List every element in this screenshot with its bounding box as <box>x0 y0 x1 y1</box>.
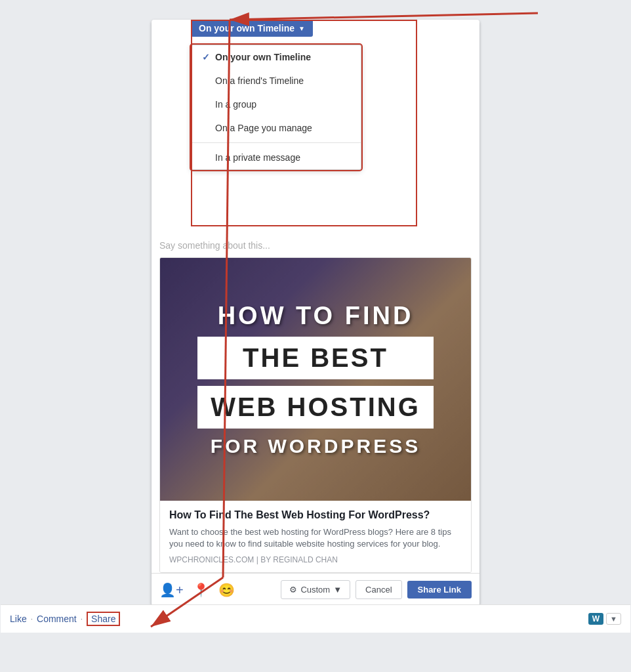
dot-separator-1: · <box>31 614 33 623</box>
bottom-right: W ▼ <box>588 613 621 625</box>
menu-divider <box>192 142 361 143</box>
dropdown-container: On your own Timeline ▼ ✓ On your own Tim… <box>191 20 313 37</box>
image-line-2: THE BEST <box>197 337 434 379</box>
image-line-3: WEB HOSTING <box>197 386 434 429</box>
location-icon[interactable]: 📍 <box>193 582 209 598</box>
menu-item-friend-timeline[interactable]: On a friend's Timeline <box>192 69 361 93</box>
tag-friends-icon[interactable]: 👤+ <box>159 582 184 598</box>
article-title: How To Find The Best Web Hosting For Wor… <box>169 509 462 522</box>
dropdown-arrow-icon: ▼ <box>298 25 305 32</box>
toolbar-left: 👤+ 📍 😊 <box>159 582 235 598</box>
share-action[interactable]: Share <box>87 612 120 626</box>
image-line-1: HOW TO FIND <box>197 302 434 330</box>
cancel-button[interactable]: Cancel <box>356 580 401 599</box>
menu-item-own-timeline[interactable]: ✓ On your own Timeline <box>192 45 361 69</box>
like-action[interactable]: Like <box>10 614 27 624</box>
menu-item-private-message[interactable]: In a private message <box>192 146 361 169</box>
say-something-placeholder[interactable]: Say something about this... <box>159 236 472 257</box>
menu-item-friend-timeline-label: On a friend's Timeline <box>215 75 304 86</box>
article-image: HOW TO FIND THE BEST WEB HOSTING FOR WOR… <box>160 258 471 501</box>
bottom-bar: Like · Comment · Share W ▼ <box>1 604 630 633</box>
menu-item-private-message-label: In a private message <box>215 152 300 163</box>
share-content-area: Say something about this... <box>152 230 479 257</box>
article-meta: WPCHRONICLES.COM | BY REGINALD CHAN <box>169 555 462 564</box>
menu-item-on-page-label: On a Page you manage <box>215 123 312 133</box>
emoji-icon[interactable]: 😊 <box>218 582 235 598</box>
menu-item-in-group[interactable]: In a group <box>192 93 361 116</box>
bottom-actions: Like · Comment · Share <box>10 612 120 626</box>
share-dialog: On your own Timeline ▼ ✓ On your own Tim… <box>152 20 479 606</box>
custom-button-label: Custom <box>300 585 330 595</box>
toolbar-right: ⚙ Custom ▼ Cancel Share Link <box>281 580 472 599</box>
menu-item-own-timeline-label: On your own Timeline <box>215 52 311 62</box>
cancel-button-label: Cancel <box>365 585 392 595</box>
menu-item-in-group-label: In a group <box>215 99 256 110</box>
gear-icon: ⚙ <box>289 585 297 595</box>
custom-dropdown-arrow: ▼ <box>333 585 342 595</box>
dropdown-button-label: On your own Timeline <box>199 23 295 33</box>
check-icon: ✓ <box>202 52 211 62</box>
wordpress-icon: W <box>588 613 603 625</box>
svg-line-1 <box>230 13 538 20</box>
share-toolbar: 👤+ 📍 😊 ⚙ Custom ▼ Cancel Share Link <box>152 573 479 606</box>
comment-action[interactable]: Comment <box>37 614 77 624</box>
bottom-dropdown-button[interactable]: ▼ <box>606 613 621 625</box>
share-link-button-label: Share Link <box>418 585 461 595</box>
article-info: How To Find The Best Web Hosting For Wor… <box>160 501 471 572</box>
share-link-button[interactable]: Share Link <box>407 581 472 598</box>
share-destination-dropdown[interactable]: On your own Timeline ▼ <box>191 20 313 37</box>
image-text: HOW TO FIND THE BEST WEB HOSTING FOR WOR… <box>197 302 434 457</box>
dot-separator-2: · <box>81 614 83 623</box>
custom-button[interactable]: ⚙ Custom ▼ <box>281 580 350 599</box>
article-description: Want to choose the best web hosting for … <box>169 526 462 550</box>
dropdown-menu: ✓ On your own Timeline On a friend's Tim… <box>191 45 361 170</box>
article-preview: HOW TO FIND THE BEST WEB HOSTING FOR WOR… <box>159 257 472 573</box>
page-wrapper: On your own Timeline ▼ ✓ On your own Tim… <box>0 0 631 672</box>
menu-item-on-page[interactable]: On a Page you manage <box>192 116 361 140</box>
image-line-4: FOR WORDPRESS <box>197 435 434 457</box>
